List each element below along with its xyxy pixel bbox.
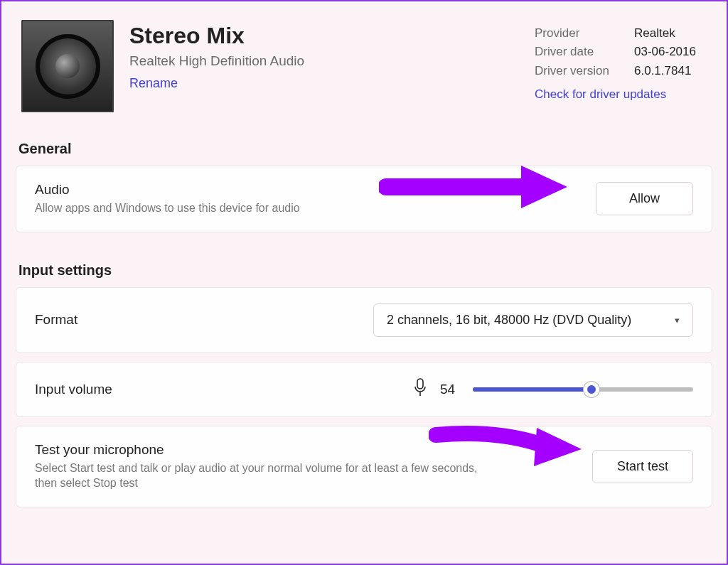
format-selected-value: 2 channels, 16 bit, 48000 Hz (DVD Qualit… bbox=[387, 313, 631, 328]
speaker-icon bbox=[21, 20, 114, 112]
driver-meta: Provider Realtek Driver date 03-06-2016 … bbox=[535, 20, 712, 102]
device-title: Stereo Mix bbox=[129, 23, 519, 49]
test-mic-title: Test your microphone bbox=[35, 442, 490, 458]
format-title: Format bbox=[35, 312, 77, 328]
driver-date-value: 03-06-2016 bbox=[634, 43, 696, 61]
input-volume-row: Input volume 54 bbox=[16, 362, 712, 417]
microphone-icon bbox=[413, 378, 427, 401]
input-volume-title: Input volume bbox=[35, 382, 112, 397]
audio-allow-row: Audio Allow apps and Windows to use this… bbox=[16, 166, 712, 232]
start-test-button[interactable]: Start test bbox=[592, 450, 693, 483]
format-select[interactable]: 2 channels, 16 bit, 48000 Hz (DVD Qualit… bbox=[373, 303, 693, 337]
driver-date-label: Driver date bbox=[535, 43, 620, 61]
test-microphone-row: Test your microphone Select Start test a… bbox=[16, 426, 712, 507]
format-row: Format 2 channels, 16 bit, 48000 Hz (DVD… bbox=[16, 287, 712, 353]
input-volume-value: 54 bbox=[440, 382, 460, 397]
device-header: Stereo Mix Realtek High Definition Audio… bbox=[21, 20, 712, 112]
section-general: General bbox=[18, 141, 712, 157]
driver-version-label: Driver version bbox=[535, 62, 620, 80]
check-driver-updates-link[interactable]: Check for driver updates bbox=[535, 87, 712, 102]
provider-label: Provider bbox=[535, 24, 620, 43]
chevron-down-icon: ▾ bbox=[675, 315, 680, 325]
audio-row-title: Audio bbox=[35, 182, 579, 198]
slider-thumb[interactable] bbox=[584, 382, 599, 397]
svg-rect-0 bbox=[417, 379, 423, 389]
driver-version-value: 6.0.1.7841 bbox=[634, 62, 691, 80]
allow-button[interactable]: Allow bbox=[596, 182, 693, 215]
rename-link[interactable]: Rename bbox=[129, 76, 178, 91]
test-mic-subtitle: Select Start test and talk or play audio… bbox=[35, 461, 490, 491]
section-input-settings: Input settings bbox=[18, 262, 712, 279]
audio-row-subtitle: Allow apps and Windows to use this devic… bbox=[35, 200, 579, 216]
provider-value: Realtek bbox=[634, 24, 675, 43]
input-volume-slider[interactable] bbox=[473, 387, 693, 392]
device-subtitle: Realtek High Definition Audio bbox=[129, 53, 519, 69]
